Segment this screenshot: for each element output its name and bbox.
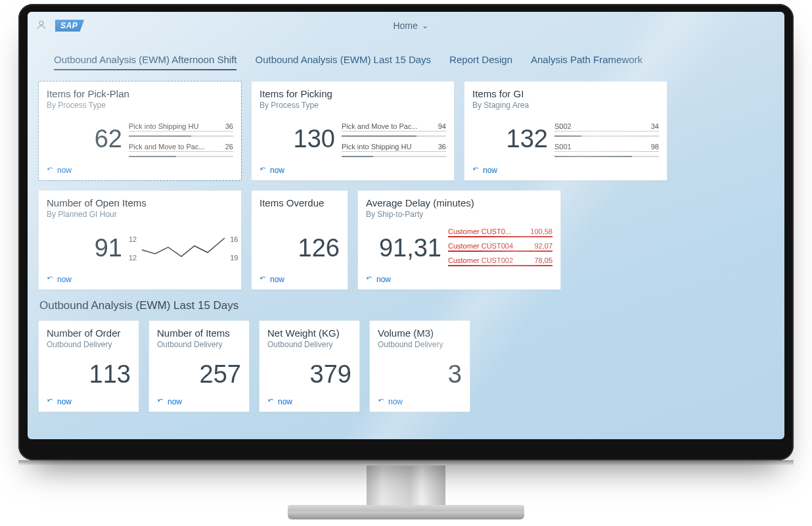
monitor-neck xyxy=(367,466,445,505)
tile-title: Items for Picking xyxy=(259,88,446,99)
shell-title: Home xyxy=(393,20,417,31)
tile-items-picking[interactable]: Items for Picking By Process Type 130 Pi… xyxy=(251,81,455,181)
refresh-label: now xyxy=(270,275,284,284)
breakdown-value: 34 xyxy=(651,122,659,130)
refresh-button[interactable]: now xyxy=(47,166,233,175)
tile-subtitle: Outbound Delivery xyxy=(157,340,241,349)
tile-items-overdue[interactable]: Items Overdue 126 now xyxy=(251,190,348,290)
tile-subtitle: By Process Type xyxy=(47,101,233,110)
breakdown-value: 92,07 xyxy=(534,242,553,250)
refresh-icon xyxy=(259,275,267,283)
breakdown-value: 36 xyxy=(438,143,446,151)
tile-kpi: 62 xyxy=(47,125,122,153)
refresh-button[interactable]: now xyxy=(47,397,131,406)
refresh-label: now xyxy=(483,166,497,175)
monitor-mockup: SAP Home ⌄ Outbound Analysis (EWM) After… xyxy=(18,4,794,519)
tab-last-15-days[interactable]: Outbound Analysis (EWM) Last 15 Days xyxy=(255,54,431,70)
tile-subtitle: By Process Type xyxy=(259,101,446,110)
sparkline-chart xyxy=(141,234,226,263)
refresh-label: now xyxy=(57,275,72,284)
chevron-down-icon: ⌄ xyxy=(422,21,428,30)
refresh-label: now xyxy=(278,397,292,406)
refresh-icon xyxy=(47,166,55,174)
launchpad-content: Items for Pick-Plan By Process Type 62 P… xyxy=(28,74,784,433)
refresh-icon xyxy=(47,275,55,283)
tile-kpi: 3 xyxy=(378,360,462,389)
tile-average-delay[interactable]: Average Delay (minutes) By Ship-to-Party… xyxy=(357,190,561,290)
tile-title: Net Weight (KG) xyxy=(267,327,351,339)
svg-point-0 xyxy=(39,21,43,25)
tile-title: Items Overdue xyxy=(259,197,340,208)
refresh-button[interactable]: now xyxy=(259,275,340,284)
breakdown-value: 100,58 xyxy=(530,227,553,235)
tile-items-gi[interactable]: Items for GI By Staging Area 132 S00234 … xyxy=(464,81,667,181)
user-icon[interactable] xyxy=(35,19,47,33)
tab-report-design[interactable]: Report Design xyxy=(449,54,512,70)
tile-kpi: 126 xyxy=(259,234,340,262)
refresh-icon xyxy=(378,398,386,406)
refresh-button[interactable]: now xyxy=(267,397,351,406)
tile-kpi: 257 xyxy=(157,360,241,389)
monitor-bezel: SAP Home ⌄ Outbound Analysis (EWM) After… xyxy=(18,4,794,460)
spark-label: 12 xyxy=(129,235,137,243)
breakdown-label: Pick and Move to Pac... xyxy=(342,122,418,130)
tile-row-2: Number of Open Items By Planned GI Hour … xyxy=(38,190,774,290)
refresh-label: now xyxy=(57,397,72,406)
tab-label-accent: Afternoon Shift xyxy=(169,54,237,65)
refresh-label: now xyxy=(57,166,72,175)
tile-number-order[interactable]: Number of Order Outbound Delivery 113 no… xyxy=(38,320,139,412)
section-title-last15: Outbound Analysis (EWM) Last 15 Days xyxy=(39,299,774,312)
tile-row-1: Items for Pick-Plan By Process Type 62 P… xyxy=(38,81,774,181)
screen: SAP Home ⌄ Outbound Analysis (EWM) After… xyxy=(28,12,784,439)
breakdown-label: Pick and Move to Pac... xyxy=(129,143,205,151)
breakdown-value: 78,05 xyxy=(534,256,553,264)
refresh-icon xyxy=(267,398,275,406)
tile-subtitle: By Planned GI Hour xyxy=(47,210,233,219)
refresh-button[interactable]: now xyxy=(472,166,659,175)
tile-subtitle: Outbound Delivery xyxy=(47,340,131,349)
refresh-button[interactable]: now xyxy=(47,275,233,284)
tile-subtitle: Outbound Delivery xyxy=(378,340,462,349)
tab-label: Outbound Analysis (EWM) xyxy=(54,54,169,65)
sparkline: 12 12 16 19 xyxy=(129,234,238,263)
breakdown-value: 36 xyxy=(225,122,233,130)
monitor-base xyxy=(288,505,524,512)
tile-kpi: 91,31 xyxy=(366,234,441,262)
tile-kpi: 132 xyxy=(472,125,548,153)
refresh-button[interactable]: now xyxy=(157,397,241,406)
tile-subtitle: Outbound Delivery xyxy=(267,340,351,349)
refresh-icon xyxy=(47,398,55,406)
breakdown-label: Customer CUST002 xyxy=(448,256,513,264)
tile-subtitle: By Ship-to-Party xyxy=(366,210,553,219)
tab-afternoon-shift[interactable]: Outbound Analysis (EWM) Afternoon Shift xyxy=(54,54,237,70)
tile-title: Items for Pick-Plan xyxy=(47,88,233,99)
tile-number-items[interactable]: Number of Items Outbound Delivery 257 no… xyxy=(148,320,250,412)
tile-title: Number of Items xyxy=(157,327,241,339)
home-dropdown[interactable]: Home ⌄ xyxy=(84,20,737,31)
refresh-label: now xyxy=(388,397,403,406)
tile-kpi: 113 xyxy=(47,360,131,389)
tile-items-pick-plan[interactable]: Items for Pick-Plan By Process Type 62 P… xyxy=(38,81,242,181)
breakdown-label: Pick into Shipping HU xyxy=(129,122,198,130)
tab-analysis-path[interactable]: Analysis Path Framework xyxy=(531,54,643,70)
refresh-icon xyxy=(157,398,165,406)
breakdown-label: Pick into Shipping HU xyxy=(342,143,411,151)
refresh-button[interactable]: now xyxy=(366,275,553,284)
tile-net-weight[interactable]: Net Weight (KG) Outbound Delivery 379 no… xyxy=(259,320,360,412)
tile-title: Volume (M3) xyxy=(378,327,462,339)
breakdown-value: 98 xyxy=(651,143,659,151)
refresh-button[interactable]: now xyxy=(378,397,462,406)
tile-kpi: 130 xyxy=(259,125,335,153)
tile-subtitle xyxy=(259,210,340,219)
refresh-label: now xyxy=(270,166,284,175)
tile-volume[interactable]: Volume (M3) Outbound Delivery 3 now xyxy=(369,320,470,412)
refresh-button[interactable]: now xyxy=(259,166,446,175)
tile-row-3: Number of Order Outbound Delivery 113 no… xyxy=(38,320,774,412)
refresh-label: now xyxy=(168,397,182,406)
refresh-icon xyxy=(472,166,480,174)
breakdown-label: Customer CUST0... xyxy=(448,227,511,235)
tile-open-items[interactable]: Number of Open Items By Planned GI Hour … xyxy=(38,190,242,290)
spark-label: 19 xyxy=(230,254,238,262)
tile-title: Number of Open Items xyxy=(47,197,233,208)
sap-logo: SAP xyxy=(55,20,84,32)
